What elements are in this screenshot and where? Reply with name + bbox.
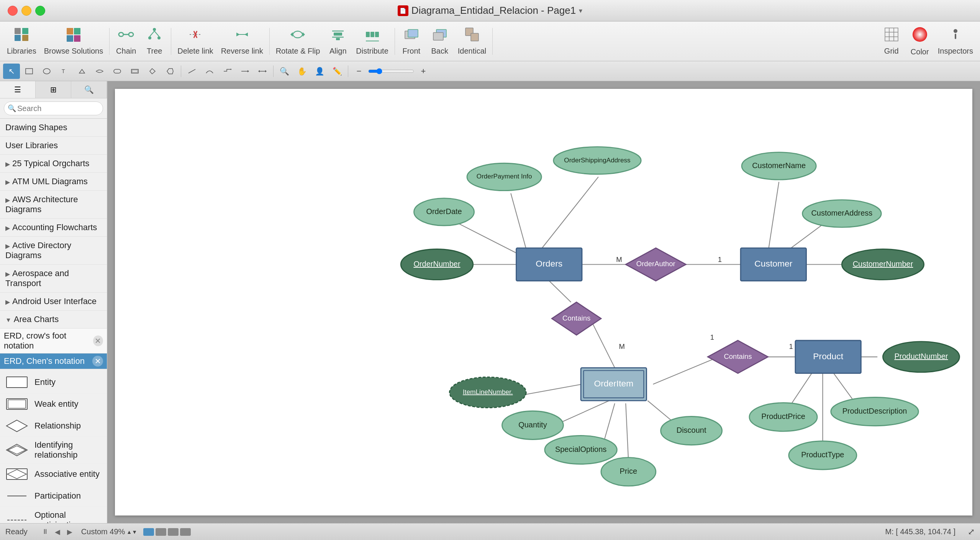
page-indicator-3[interactable] [168,528,179,536]
ellipse-tool[interactable] [38,64,55,79]
sidebar-item-aws[interactable]: ▶AWS Architecture Diagrams [0,191,107,219]
browse-solutions-button[interactable]: Browse Solutions [41,24,107,59]
curve-tool[interactable] [201,64,218,79]
svg-text:Customer: Customer [754,259,792,268]
sidebar-item-25-orgcharts[interactable]: ▶25 Typical Orgcharts [0,155,107,173]
delete-link-button[interactable]: Delete link [174,24,216,59]
shape-weak-entity[interactable]: Weak entity [0,393,107,415]
pause-button[interactable]: ⏸ [40,527,51,537]
smart-shape-tool[interactable] [74,64,90,79]
svg-text:SpecialOptions: SpecialOptions [555,445,606,453]
pan-tool[interactable]: ✋ [293,64,310,79]
grid-button[interactable]: Grid [878,24,905,59]
tree-button[interactable]: Tree [141,24,168,59]
dropdown-arrow[interactable]: ▾ [579,7,582,15]
shape-participation[interactable]: Participation [0,485,107,507]
zoom-slider[interactable] [368,68,414,74]
sidebar-item-android[interactable]: ▶Android User Interface [0,293,107,311]
svg-line-15 [154,31,159,36]
arrow-tool[interactable] [236,64,253,79]
front-button[interactable]: Front [398,24,425,59]
svg-rect-28 [366,32,370,37]
svg-marker-21 [244,33,248,36]
shape-tool-5[interactable] [144,64,161,79]
close-erd-chens[interactable]: ✕ [92,356,103,367]
person-tool[interactable]: 👤 [311,64,328,79]
svg-marker-59 [265,70,267,72]
svg-marker-20 [236,33,240,36]
shape-relationship[interactable]: Relationship [0,415,107,437]
sidebar-tab-search[interactable]: 🔍 [71,81,107,98]
shape-tool-6[interactable] [162,64,179,79]
fullscreen-button[interactable]: ⤢ [968,527,975,537]
page-indicator-1[interactable] [143,528,154,536]
sidebar-item-accounting[interactable]: ▶Accounting Flowcharts [0,219,107,237]
rotate-flip-button[interactable]: Rotate & Flip [273,24,323,59]
shape-tool-2[interactable] [91,64,108,79]
title-bar: 📄 Diagrama_Entidad_Relacion - Page1 ▾ [0,0,980,21]
bidirectional-tool[interactable] [254,64,271,79]
sidebar-item-area-charts[interactable]: ▼Area Charts [0,311,107,329]
rect-tool[interactable] [21,64,38,79]
svg-rect-7 [74,35,80,42]
diagram-canvas[interactable]: .ent { fill: #5b7fa6; stroke: #3a5a80; s… [115,89,972,515]
drawing-shapes-label: Drawing Shapes [5,123,67,132]
coordinates: M: [ 445.38, 104.74 ] [885,527,955,536]
zoom-in-btn[interactable]: + [415,64,432,79]
shape-associative[interactable]: Associative entity [0,463,107,485]
chain-button[interactable]: Chain [113,24,139,59]
back-button[interactable]: Back [426,24,453,59]
svg-rect-33 [408,29,418,37]
close-button[interactable] [8,6,18,16]
shape-entity[interactable]: Entity [0,371,107,393]
search-bar: 🔍 [0,98,107,119]
close-erd-crows[interactable]: ✕ [93,335,103,346]
align-button[interactable]: Align [324,24,351,59]
shape-tool-4[interactable] [126,64,143,79]
shape-identifying-rel[interactable]: Identifying relationship [0,437,107,463]
sidebar-item-user-libraries[interactable]: User Libraries [0,137,107,155]
search-input[interactable] [4,101,103,115]
prev-page-button[interactable]: ◀ [52,527,63,537]
distribute-button[interactable]: Distribute [353,24,391,59]
svg-text:Quantity: Quantity [518,421,547,429]
pen-tool[interactable]: ✏️ [329,64,346,79]
select-tool[interactable]: ↖ [3,64,20,79]
sidebar-tab-list[interactable]: ☰ [0,81,36,98]
zoom-out-btn[interactable]: − [351,64,367,79]
libraries-button[interactable]: Libraries [4,24,39,59]
sidebar-item-active-directory[interactable]: ▶Active Directory Diagrams [0,237,107,265]
shape-optional-participation[interactable]: Optional participation [0,507,107,523]
page-indicator-2[interactable] [156,528,166,536]
zoom-out-tool[interactable]: 🔍 [276,64,293,79]
maximize-button[interactable] [35,6,45,16]
reverse-link-button[interactable]: Reverse link [218,24,266,59]
erd-crows-lib[interactable]: ERD, crow's foot notation ✕ [0,329,107,353]
sidebar-item-drawing-shapes[interactable]: Drawing Shapes [0,119,107,137]
color-button[interactable]: Color [906,24,933,59]
sidebar-item-aerospace[interactable]: ▶Aerospace and Transport [0,265,107,293]
zoom-control[interactable]: Custom 49% ▲▼ [81,527,137,536]
libraries-icon [14,27,29,45]
erd-chens-lib[interactable]: ERD, Chen's notation ✕ [0,353,107,369]
svg-text:Product: Product [813,351,843,361]
window-controls[interactable] [8,6,45,16]
svg-point-12 [148,36,151,39]
next-page-button[interactable]: ▶ [64,527,75,537]
sidebar-tab-grid[interactable]: ⊞ [36,81,71,98]
page-indicator-4[interactable] [180,528,191,536]
canvas-wrapper[interactable]: .ent { fill: #5b7fa6; stroke: #3a5a80; s… [107,81,980,523]
shape-tool-3[interactable] [109,64,126,79]
distribute-icon [365,27,380,45]
25-orgcharts-label: 25 Typical Orgcharts [12,159,89,168]
svg-text:ProductDescription: ProductDescription [842,407,907,415]
library-list: Drawing Shapes User Libraries ▶25 Typica… [0,119,107,523]
sidebar-item-atm-uml[interactable]: ▶ATM UML Diagrams [0,173,107,191]
text-tool[interactable]: T [56,64,73,79]
identical-button[interactable]: Identical [455,24,490,59]
minimize-button[interactable] [21,6,31,16]
inspectors-button[interactable]: Inspectors [935,24,976,59]
connector-tool[interactable] [219,64,236,79]
back-icon [433,27,447,45]
line-tool[interactable] [184,64,200,79]
